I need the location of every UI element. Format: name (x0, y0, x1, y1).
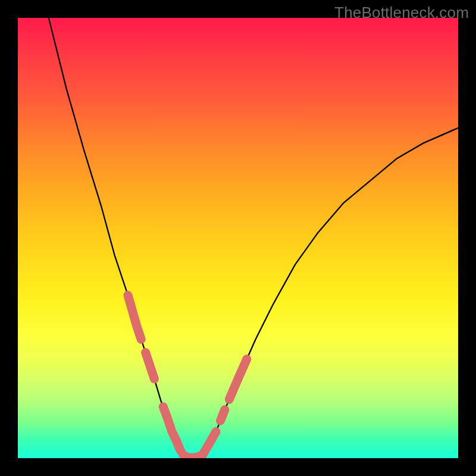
highlight-segment-2 (163, 407, 181, 451)
highlight-dots (128, 295, 247, 458)
watermark-text: TheBottleneck.com (334, 4, 469, 22)
curve-left-branch (49, 18, 183, 455)
highlight-segment-0 (128, 295, 141, 339)
chart-frame: TheBottleneck.com (0, 0, 476, 476)
highlight-segment-5 (220, 410, 224, 421)
highlight-segment-4 (203, 432, 216, 455)
highlight-segment-1 (146, 352, 155, 378)
curve-layer (18, 18, 458, 458)
curve-right-branch (203, 128, 458, 455)
highlight-segment-6 (229, 359, 247, 400)
plot-area (18, 18, 458, 458)
